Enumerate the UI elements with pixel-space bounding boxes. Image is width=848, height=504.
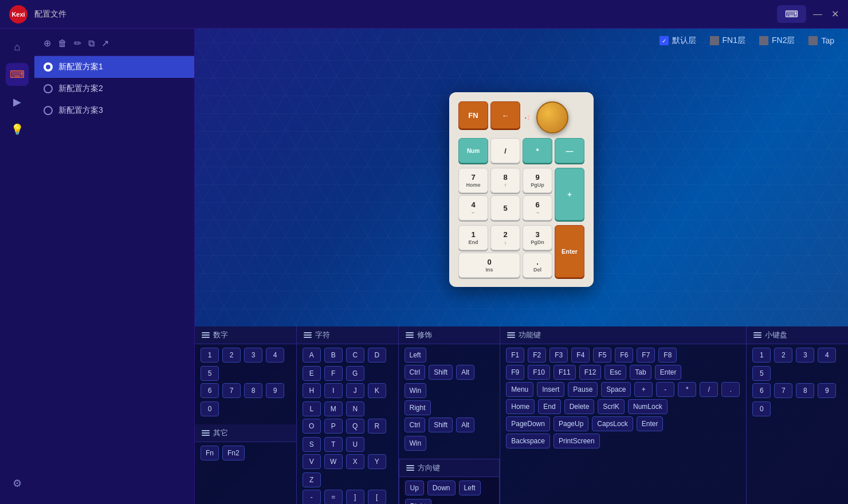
key-btn-Backspace[interactable]: Backspace xyxy=(506,434,550,448)
layer-tap-checkbox[interactable]: Tap xyxy=(808,36,834,45)
key-btn-N[interactable]: N xyxy=(346,401,364,416)
key-btn-np6[interactable]: 6 xyxy=(752,383,771,398)
key-btn-PrintScreen[interactable]: PrintScreen xyxy=(553,434,600,448)
key-btn-F5[interactable]: F5 xyxy=(593,348,611,363)
key-0[interactable]: 0 Ins xyxy=(458,253,520,278)
key-btn-np9[interactable]: 9 xyxy=(818,383,836,398)
key-btn-S[interactable]: S xyxy=(303,437,321,452)
key-btn-C[interactable]: C xyxy=(346,348,364,363)
key-enter[interactable]: Enter xyxy=(555,225,584,278)
key-btn-ctrl-r[interactable]: Ctrl xyxy=(405,418,426,432)
key-btn-PageDown[interactable]: PageDown xyxy=(506,416,550,431)
key-btn-rbracket[interactable]: ] xyxy=(346,490,364,504)
key-9[interactable]: 9 PgUp xyxy=(523,168,552,193)
key-btn-F[interactable]: F xyxy=(324,366,343,381)
key-btn-F9[interactable]: F9 xyxy=(506,365,524,380)
sidebar-item-terminal[interactable]: ▶ xyxy=(6,90,29,113)
key-btn-plus-fn[interactable]: + xyxy=(634,382,653,397)
key-btn-ScrlK[interactable]: ScrlK xyxy=(598,399,625,414)
key-btn-3[interactable]: 3 xyxy=(244,348,262,363)
key-btn-Q[interactable]: Q xyxy=(346,419,364,434)
key-btn-B[interactable]: B xyxy=(324,348,343,363)
key-btn-Pause[interactable]: Pause xyxy=(568,382,598,397)
key-btn-CapsLock[interactable]: CapsLock xyxy=(592,416,633,431)
key-dot[interactable]: . Del xyxy=(523,253,552,278)
layer-fn2-checkbox[interactable]: FN2层 xyxy=(759,36,795,46)
key-btn-shift-r[interactable]: Shift xyxy=(429,418,453,432)
key-btn-up[interactable]: Up xyxy=(405,481,424,495)
key-btn-Enter[interactable]: Enter xyxy=(655,365,682,380)
key-btn-H[interactable]: H xyxy=(303,383,321,398)
key-btn-star-fn[interactable]: * xyxy=(678,382,696,397)
key-2[interactable]: 2 ↓ xyxy=(490,225,520,250)
key-5[interactable]: 5 xyxy=(490,195,520,220)
key-btn-Space[interactable]: Space xyxy=(601,382,631,397)
key-btn-O[interactable]: O xyxy=(303,419,321,434)
key-4[interactable]: 4 ← xyxy=(458,195,488,220)
key-plus[interactable]: + xyxy=(555,168,584,220)
key-btn-left-arrow[interactable]: Left xyxy=(459,481,481,495)
key-btn-np8[interactable]: 8 xyxy=(796,383,814,398)
key-btn-F8[interactable]: F8 xyxy=(658,348,677,363)
key-1[interactable]: 1 End xyxy=(458,225,488,250)
key-btn-Esc[interactable]: Esc xyxy=(604,365,626,380)
key-btn-P[interactable]: P xyxy=(324,419,343,434)
key-btn-D[interactable]: D xyxy=(368,348,386,363)
key-btn-U[interactable]: U xyxy=(346,437,364,452)
key-btn-equals[interactable]: = xyxy=(324,490,343,504)
key-btn-np4[interactable]: 4 xyxy=(818,348,836,363)
key-btn-W[interactable]: W xyxy=(324,454,343,469)
key-btn-down[interactable]: Down xyxy=(427,481,456,495)
key-btn-lbracket[interactable]: [ xyxy=(368,490,386,504)
minimize-button[interactable]: — xyxy=(813,9,822,19)
key-btn-L[interactable]: L xyxy=(303,401,321,416)
key-btn-E[interactable]: E xyxy=(303,366,321,381)
sidebar-item-keyboard[interactable]: ⌨ xyxy=(6,63,29,86)
key-minus[interactable]: — xyxy=(555,138,584,163)
key-btn-F7[interactable]: F7 xyxy=(637,348,655,363)
key-fn[interactable]: FN xyxy=(458,101,488,129)
key-btn-Menu[interactable]: Menu xyxy=(506,382,533,397)
key-btn-minus-fn[interactable]: - xyxy=(656,382,674,397)
profile-item-2[interactable]: 新配置方案2 xyxy=(34,78,194,100)
key-btn-A[interactable]: A xyxy=(303,348,321,363)
edit-profile-button[interactable]: ✏ xyxy=(74,38,81,49)
key-btn-F12[interactable]: F12 xyxy=(579,365,602,380)
key-btn-2[interactable]: 2 xyxy=(222,348,241,363)
key-btn-np5[interactable]: 5 xyxy=(752,366,771,381)
key-btn-np3[interactable]: 3 xyxy=(796,348,814,363)
key-btn-Home[interactable]: Home xyxy=(506,399,535,414)
key-btn-Delete[interactable]: Delete xyxy=(564,399,595,414)
profile-item-1[interactable]: 新配置方案1 xyxy=(34,56,194,78)
key-btn-F6[interactable]: F6 xyxy=(615,348,633,363)
sidebar-item-light[interactable]: 💡 xyxy=(6,118,29,141)
key-btn-np0[interactable]: 0 xyxy=(752,401,771,416)
export-profile-button[interactable]: ↗ xyxy=(101,38,109,49)
key-btn-Enter2[interactable]: Enter xyxy=(637,416,664,431)
key-btn-F2[interactable]: F2 xyxy=(528,348,546,363)
key-btn-F1[interactable]: F1 xyxy=(506,348,524,363)
key-numlock[interactable]: Num xyxy=(458,138,488,163)
key-8[interactable]: 8 ↑ xyxy=(490,168,520,193)
key-backspace[interactable]: ← xyxy=(490,101,520,129)
key-3[interactable]: 3 PgDn xyxy=(523,225,552,250)
delete-profile-button[interactable]: 🗑 xyxy=(58,38,67,49)
key-btn-I[interactable]: I xyxy=(324,383,343,398)
key-btn-F3[interactable]: F3 xyxy=(549,348,568,363)
key-btn-5[interactable]: 5 xyxy=(201,366,219,381)
sidebar-item-settings[interactable]: ⚙ xyxy=(6,472,29,495)
key-btn-Tab[interactable]: Tab xyxy=(630,365,651,380)
key-btn-shift-l[interactable]: Shift xyxy=(429,365,453,380)
key-btn-V[interactable]: V xyxy=(303,454,321,469)
sidebar-item-home[interactable]: ⌂ xyxy=(6,36,29,58)
layer-fn1-checkbox[interactable]: FN1层 xyxy=(710,36,745,46)
key-btn-dot-fn[interactable]: . xyxy=(721,382,740,397)
key-btn-7[interactable]: 7 xyxy=(222,383,241,398)
key-btn-K[interactable]: K xyxy=(368,383,386,398)
key-btn-alt-r[interactable]: Alt xyxy=(456,418,474,432)
key-btn-slash-fn[interactable]: / xyxy=(700,382,718,397)
checkbox-fn2[interactable] xyxy=(759,36,768,45)
key-btn-left[interactable]: Left xyxy=(405,348,426,363)
key-btn-np2[interactable]: 2 xyxy=(774,348,792,363)
key-btn-G[interactable]: G xyxy=(346,366,364,381)
